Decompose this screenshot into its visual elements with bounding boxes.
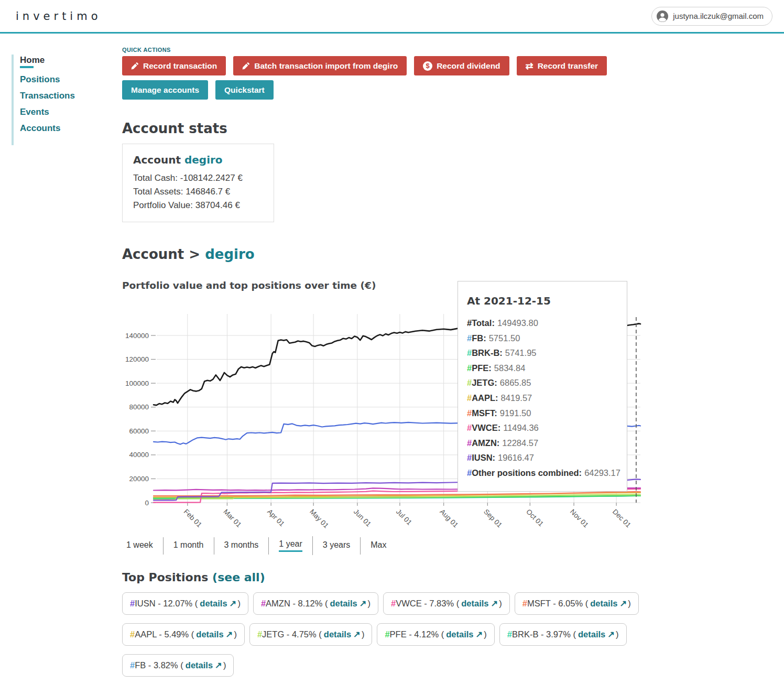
sidebar-item-transactions[interactable]: Transactions [20,91,122,101]
external-link-icon: ↗ [230,599,237,608]
manage-accounts-label: Manage accounts [131,85,199,95]
series-hash-icon: # [467,393,472,403]
app-logo: invertimo [16,10,102,23]
sidebar-item-accounts[interactable]: Accounts [20,124,122,133]
range-option-3-months[interactable]: 3 months [214,537,269,555]
range-option-1-week[interactable]: 1 week [122,537,164,555]
sidebar-item-home[interactable]: Home [20,56,122,68]
user-avatar-icon [656,10,669,23]
chip-ticker-text: JETG - 4.75% ( [262,629,322,639]
account-stats-heading: Account stats [122,121,784,136]
position-chip-msft[interactable]: #MSFT - 6.05% (details↗) [515,592,639,615]
tooltip-row-pfe: #PFE:5834.84 [467,361,618,376]
y-axis-label: 40000 [129,451,149,459]
details-link[interactable]: details↗ [330,599,366,609]
tooltip-row-msft: #MSFT:9191.50 [467,406,618,421]
account-card-title: Account degiro [133,154,263,166]
sidebar-item-positions[interactable]: Positions [20,75,122,84]
portfolio-chart-area: 020000400006000080000100000120000140000F… [122,298,651,534]
position-chip-fb[interactable]: #FB - 3.82% (details↗) [122,654,234,677]
see-all-link[interactable]: (see all) [212,571,265,584]
range-option-1-month[interactable]: 1 month [164,537,214,555]
quickstart-label: Quickstart [224,85,265,95]
x-axis-label: May 01 [308,508,330,530]
details-link[interactable]: details↗ [461,599,498,609]
quick-actions-label: QUICK ACTIONS [122,47,784,53]
y-axis-label: 80000 [129,403,149,411]
range-option-3-years[interactable]: 3 years [313,537,361,555]
range-option-max[interactable]: Max [361,537,396,555]
series-hash-icon: # [467,468,472,477]
x-axis-label: Dec 01 [611,508,633,529]
details-link[interactable]: details↗ [578,629,615,639]
tooltip-series-value: 11494.36 [503,423,539,432]
tooltip-row-brk-b: #BRK-B:5741.95 [467,345,618,361]
position-chip-pfe[interactable]: #PFE - 4.12% (details↗) [377,623,494,646]
quickstart-button[interactable]: Quickstart [215,80,274,100]
account-card-title-prefix: Account [133,154,184,166]
tooltip-series-value: 6865.85 [500,378,531,387]
details-label: details [186,660,213,670]
y-axis-label: 0 [145,499,149,507]
external-link-icon: ↗ [476,629,483,639]
details-label: details [196,629,223,639]
tooltip-series-value: 8419.57 [501,393,532,403]
ticker-hash-icon: # [130,660,135,670]
ticker-hash-icon: # [522,599,527,609]
chip-ticker-text: VWCE - 7.83% ( [396,599,459,609]
position-chip-iusn[interactable]: #IUSN - 12.07% (details↗) [122,592,248,615]
chip-suffix: ) [628,599,631,609]
top-positions-list: #IUSN - 12.07% (details↗) #AMZN - 8.12% … [122,592,646,684]
tooltip-series-value: 9191.50 [500,408,531,418]
details-link[interactable]: details↗ [446,629,483,639]
details-link[interactable]: details↗ [186,660,222,670]
user-menu[interactable]: justyna.ilczuk@gmail.com [651,7,772,26]
manage-accounts-button[interactable]: Manage accounts [122,80,208,100]
y-axis-label: 20000 [129,475,149,483]
position-chip-aapl[interactable]: #AAPL - 5.49% (details↗) [122,623,245,646]
tooltip-series-value: 64293.17 [584,468,620,477]
position-chip-amzn[interactable]: #AMZN - 8.12% (details↗) [253,592,378,615]
details-link[interactable]: details↗ [196,629,233,639]
user-email: justyna.ilczuk@gmail.com [673,12,764,20]
record-dividend-button[interactable]: $ Record dividend [414,56,509,75]
tooltip-series-name: VWCE: [472,423,500,432]
external-link-icon: ↗ [215,660,222,670]
external-link-icon: ↗ [360,599,367,608]
x-axis-label: Oct 01 [525,508,545,528]
top-positions-heading: Top Positions (see all) [122,571,784,584]
batch-import-button[interactable]: Batch transaction import from degiro [233,56,407,75]
x-axis-label: Aug 01 [438,508,460,529]
x-axis-label: Jun 01 [352,508,373,528]
details-link[interactable]: details↗ [200,599,236,609]
range-option-label: 3 years [323,540,350,551]
details-link[interactable]: details↗ [324,629,361,639]
range-option-label: 1 year [279,539,302,552]
chart-title: Portfolio value and top positions over t… [122,280,784,291]
record-transfer-label: Record transfer [538,61,598,71]
ticker-hash-icon: # [257,629,262,639]
record-transfer-button[interactable]: ⇄ Record transfer [517,56,607,75]
x-axis-label: Nov 01 [569,508,590,529]
sidebar-item-events[interactable]: Events [20,107,122,117]
record-dividend-label: Record dividend [437,61,500,71]
external-link-icon: ↗ [607,629,615,639]
position-chip-jetg[interactable]: #JETG - 4.75% (details↗) [249,623,373,646]
tooltip-series-name: FB: [472,333,486,343]
series-hash-icon: # [467,348,472,357]
range-option-1-year[interactable]: 1 year [269,536,312,555]
external-link-icon: ↗ [491,599,498,608]
tooltip-series-name: Total: [472,318,495,328]
tooltip-row-total: #Total:149493.80 [467,316,618,331]
position-chip-vwce[interactable]: #VWCE - 7.83% (details↗) [383,592,510,615]
chart-tooltip: At 2021-12-15 #Total:149493.80 #FB:5751.… [458,281,627,492]
chip-ticker-text: AAPL - 5.49% ( [135,629,194,639]
ticker-hash-icon: # [130,599,135,609]
details-label: details [590,599,617,608]
details-link[interactable]: details↗ [590,599,627,609]
tooltip-series-name: IUSN: [472,453,495,462]
record-transaction-button[interactable]: Record transaction [122,56,226,75]
position-chip-brk-b[interactable]: #BRK-B - 3.97% (details↗) [499,623,627,646]
tooltip-date: At 2021-12-15 [467,295,618,307]
series-hash-icon: # [467,363,472,373]
